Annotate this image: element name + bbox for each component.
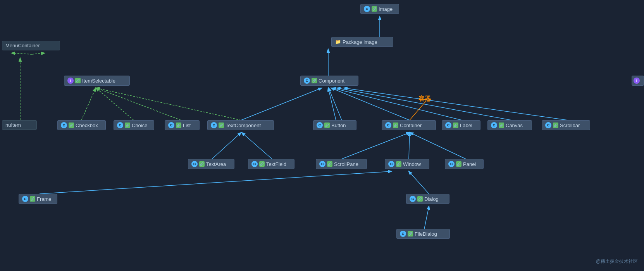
icon-leaf-text-component: 🔗	[219, 123, 224, 128]
svg-line-8	[344, 88, 568, 120]
icon-i-right: I	[634, 78, 640, 84]
icon-c-textfield: C	[251, 161, 258, 167]
label-container: Container	[400, 123, 422, 128]
svg-line-5	[329, 88, 342, 120]
svg-line-10	[96, 88, 134, 120]
svg-line-20	[12, 53, 32, 54]
icon-c-window: C	[388, 161, 394, 167]
node-button[interactable]: C 🔗 Button	[313, 120, 356, 130]
node-panel[interactable]: C 🔗 Panel	[445, 159, 484, 169]
node-text-component[interactable]: C 🔗 TextComponent	[207, 120, 274, 130]
node-window[interactable]: C 🔗 Window	[385, 159, 429, 169]
icon-c-text-component: C	[211, 122, 217, 128]
svg-line-24	[410, 101, 426, 120]
node-textfield[interactable]: C 🔗 TextField	[248, 159, 294, 169]
node-container[interactable]: C 🔗 Container	[382, 120, 436, 130]
label-choice: Choice	[132, 123, 147, 128]
svg-line-11	[96, 88, 181, 120]
svg-line-7	[337, 88, 511, 120]
icon-leaf-label: 🔗	[453, 123, 458, 128]
svg-line-17	[409, 171, 429, 194]
label-checkbox: Checkbox	[76, 123, 98, 128]
node-checkbox[interactable]: C 🔗 Checkbox	[57, 120, 106, 130]
label-text-component: TextComponent	[226, 123, 261, 128]
svg-line-2	[331, 88, 410, 120]
label-image: Image	[379, 6, 393, 12]
label-label-widget: Label	[460, 123, 472, 128]
icon-leaf-image: 🔗	[372, 6, 377, 12]
label-item-selectable: ItemSelectable	[82, 78, 115, 84]
icon-c-label: C	[445, 122, 451, 128]
diagram-container: C 🔗 Image 📁 Package image MenuContainer …	[0, 0, 644, 271]
icon-leaf-frame: 🔗	[30, 196, 35, 202]
icon-leaf-container: 🔗	[393, 123, 398, 128]
icon-c-component: C	[304, 78, 310, 84]
svg-line-15	[409, 133, 410, 159]
node-frame[interactable]: C 🔗 Frame	[19, 194, 57, 204]
svg-line-21	[32, 53, 45, 54]
icon-leaf-file-dialog: 🔗	[408, 231, 413, 236]
node-component[interactable]: C 🔗 Component	[300, 76, 358, 86]
label-panel: Panel	[463, 161, 476, 167]
label-nu-item: nuItem	[5, 122, 21, 128]
arrows-svg	[0, 0, 644, 271]
icon-c-panel: C	[448, 161, 455, 167]
node-scrollbar[interactable]: C 🔗 Scrollbar	[542, 120, 590, 130]
label-scrollbar: Scrollbar	[560, 123, 580, 128]
icon-leaf-scrollbar: 🔗	[553, 123, 558, 128]
label-scrollpane: ScrollPane	[334, 161, 358, 167]
svg-line-19	[424, 206, 429, 229]
svg-line-9	[81, 88, 96, 120]
node-textarea[interactable]: C 🔗 TextArea	[188, 159, 234, 169]
icon-leaf-dialog: 🔗	[417, 196, 423, 202]
node-icon-right[interactable]: I	[632, 76, 644, 86]
label-frame: Frame	[37, 196, 52, 202]
icon-c-list: C	[168, 122, 174, 128]
icon-leaf-item-selectable: 🔗	[75, 78, 81, 83]
node-menu-container[interactable]: MenuContainer	[2, 41, 60, 50]
icon-c-textarea: C	[191, 161, 198, 167]
label-canvas: Canvas	[506, 123, 523, 128]
label-file-dialog: FileDialog	[415, 231, 437, 237]
svg-line-4	[241, 88, 322, 120]
svg-line-16	[410, 133, 466, 159]
icon-c-scrollpane: C	[319, 161, 325, 167]
node-image[interactable]: C 🔗 Image	[360, 4, 399, 14]
icon-c-choice: C	[117, 122, 123, 128]
node-label-widget[interactable]: C 🔗 Label	[442, 120, 480, 130]
icon-c-canvas: C	[491, 122, 497, 128]
svg-line-23	[96, 88, 241, 120]
icon-leaf-panel: 🔗	[456, 161, 461, 167]
annotation-container: 容器	[418, 95, 431, 103]
icon-leaf-choice: 🔗	[125, 123, 130, 128]
node-file-dialog[interactable]: C 🔗 FileDialog	[396, 229, 450, 239]
icon-c-container: C	[385, 122, 391, 128]
label-textfield: TextField	[266, 161, 286, 167]
icon-leaf-list: 🔗	[176, 123, 181, 128]
node-list[interactable]: C 🔗 List	[165, 120, 200, 130]
svg-line-3	[328, 88, 336, 120]
node-canvas[interactable]: C 🔗 Canvas	[487, 120, 532, 130]
label-menu-container: MenuContainer	[5, 43, 40, 48]
node-choice[interactable]: C 🔗 Choice	[114, 120, 154, 130]
node-item-selectable[interactable]: I 🔗 ItemSelectable	[64, 76, 130, 86]
label-window: Window	[403, 161, 421, 167]
node-nu-item[interactable]: nuItem	[2, 120, 37, 130]
icon-leaf-textarea: 🔗	[199, 161, 205, 167]
node-dialog[interactable]: C 🔗 Dialog	[406, 194, 449, 204]
node-package-image[interactable]: 📁 Package image	[331, 37, 393, 47]
svg-line-14	[342, 133, 410, 159]
label-button: Button	[331, 123, 346, 128]
node-scrollpane[interactable]: C 🔗 ScrollPane	[316, 159, 367, 169]
svg-line-6	[332, 88, 462, 120]
icon-c-dialog: C	[410, 196, 416, 202]
label-component: Component	[319, 78, 344, 84]
icon-pkg-package: 📁	[335, 39, 341, 45]
icon-c-scrollbar: C	[545, 122, 551, 128]
icon-leaf-button: 🔗	[324, 123, 330, 128]
svg-line-13	[242, 133, 272, 159]
icon-c-checkbox: C	[61, 122, 67, 128]
icon-c-frame: C	[22, 196, 28, 202]
svg-line-12	[212, 133, 241, 159]
icon-leaf-window: 🔗	[396, 161, 401, 167]
